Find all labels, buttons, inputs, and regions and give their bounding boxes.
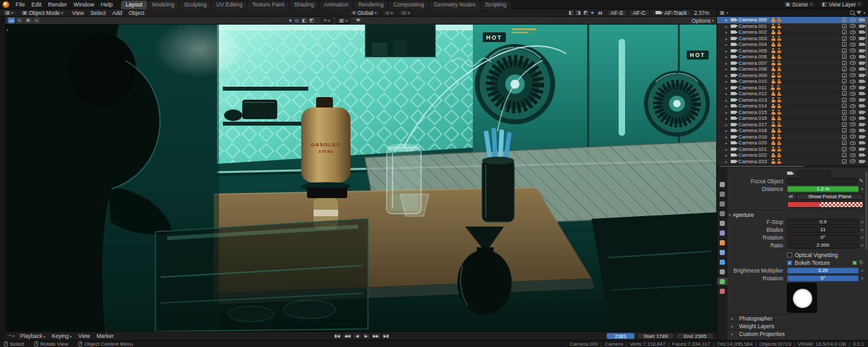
- hide-in-viewport-toggle[interactable]: [850, 55, 856, 59]
- viewport-gizmos-icon[interactable]: ◎: [295, 18, 299, 23]
- expand-icon[interactable]: ▸: [725, 128, 731, 133]
- viewport-menu-view[interactable]: View: [69, 8, 87, 17]
- properties-tab-scene[interactable]: [717, 219, 727, 227]
- expand-icon[interactable]: ▸: [725, 135, 731, 139]
- camera-data-id-field[interactable]: [797, 170, 831, 177]
- camera-name[interactable]: Camera.016: [738, 115, 767, 121]
- camera-name[interactable]: Camera.002: [738, 29, 767, 35]
- properties-tab-physics[interactable]: [717, 258, 727, 265]
- show-focus-plane-button[interactable]: Show Focus Plane: [796, 194, 863, 200]
- camera-name[interactable]: Camera.018: [738, 128, 767, 133]
- bokeh-texture-checkbox[interactable]: ✓: [787, 260, 792, 265]
- section-weight-layers[interactable]: ▸Weight Layers: [727, 322, 866, 330]
- disable-in-render-toggle[interactable]: [859, 135, 864, 139]
- hide-in-viewport-toggle[interactable]: [850, 49, 856, 52]
- workspace-tab-uv-editing[interactable]: UV Editing: [212, 1, 247, 9]
- selectable-toggle[interactable]: ✓: [842, 104, 847, 108]
- timeline-menu-view[interactable]: View: [75, 331, 93, 341]
- outliner-row[interactable]: ▸Camera.016✓: [717, 115, 868, 122]
- scene-selector[interactable]: ▣ Scene ×: [782, 1, 816, 8]
- outliner-row[interactable]: ▸Camera.007✓: [717, 60, 868, 67]
- eyedropper-icon[interactable]: ✎: [859, 178, 863, 184]
- scene-unlink-icon[interactable]: ×: [810, 1, 813, 7]
- af-c-button[interactable]: AF-C: [629, 10, 650, 16]
- outliner-row[interactable]: ▸Camera.013✓: [717, 97, 868, 104]
- workspace-tab-texture-paint[interactable]: Texture Paint: [247, 1, 290, 9]
- focus-object-field[interactable]: [787, 178, 857, 185]
- rendered-scene[interactable]: HOT HOT GASOLEO 3.75 KG: [5, 25, 716, 331]
- hide-in-viewport-toggle[interactable]: [850, 30, 856, 34]
- animate-dot[interactable]: [861, 236, 863, 239]
- selectable-toggle[interactable]: ✓: [842, 153, 847, 157]
- hide-in-viewport-toggle[interactable]: [850, 129, 856, 133]
- menu-file[interactable]: File: [12, 0, 29, 9]
- selectable-toggle[interactable]: ✓: [842, 140, 847, 145]
- hide-in-viewport-toggle[interactable]: [850, 153, 856, 157]
- options-menu[interactable]: Options ▾: [692, 17, 714, 24]
- hide-in-viewport-toggle[interactable]: [850, 159, 856, 163]
- animate-dot[interactable]: [861, 269, 863, 272]
- frame-start-field[interactable]: Start 1789: [637, 333, 674, 339]
- section-photographer[interactable]: ▸Photographer: [727, 314, 866, 322]
- disable-in-render-toggle[interactable]: [859, 86, 864, 89]
- expand-icon[interactable]: ▸: [725, 85, 731, 90]
- disable-in-render-toggle[interactable]: [859, 160, 864, 163]
- xray-toggle-icon[interactable]: ◩: [584, 10, 589, 16]
- disable-in-render-toggle[interactable]: [859, 74, 864, 77]
- jump-start-button[interactable]: ▮◀: [333, 333, 342, 339]
- distance-slider[interactable]: 1.2 m: [787, 186, 859, 192]
- properties-tab-constraints[interactable]: [717, 268, 727, 275]
- disable-in-render-toggle[interactable]: [859, 153, 864, 157]
- outliner-row[interactable]: ▸Camera.021✓: [717, 146, 868, 153]
- hide-in-viewport-toggle[interactable]: [850, 24, 856, 28]
- properties-tab-modifiers[interactable]: [717, 249, 727, 256]
- selectable-toggle[interactable]: ✓: [842, 91, 847, 96]
- expand-icon[interactable]: ▸: [725, 159, 731, 164]
- caret-icon[interactable]: ▾: [727, 11, 729, 15]
- outliner-row[interactable]: ▸Camera.018✓: [717, 128, 868, 134]
- outliner-editor-type-icon[interactable]: ▦: [720, 10, 725, 16]
- expand-icon[interactable]: ▸: [725, 153, 731, 157]
- view-layer-selector[interactable]: ◧ View Layer ×: [819, 1, 864, 8]
- texture-refresh-icon[interactable]: ↻: [859, 260, 863, 265]
- move-tool[interactable]: ✥: [25, 17, 32, 23]
- camera-name[interactable]: Camera.004: [738, 41, 767, 47]
- blender-logo-icon[interactable]: [3, 1, 9, 8]
- bokeh-rotation-slider[interactable]: 0°: [787, 275, 859, 282]
- properties-tab-render[interactable]: [717, 190, 727, 197]
- optical-vignetting-checkbox[interactable]: [787, 252, 792, 258]
- disable-in-render-toggle[interactable]: [859, 18, 864, 21]
- viewport-overlay-toggle-icon[interactable]: ●: [289, 18, 292, 23]
- outliner-row[interactable]: ▸Camera.019✓: [717, 134, 868, 140]
- selectable-toggle[interactable]: ✓: [842, 110, 847, 115]
- disable-in-render-toggle[interactable]: [859, 123, 864, 126]
- hide-in-viewport-toggle[interactable]: [850, 135, 856, 139]
- outliner-row[interactable]: ▸Camera.004✓: [717, 41, 868, 48]
- expand-icon[interactable]: ▸: [725, 116, 731, 120]
- show-overlays-toggle-icon[interactable]: ◨: [576, 10, 581, 16]
- expand-icon[interactable]: ▸: [725, 36, 731, 41]
- 3d-viewport[interactable]: ▭ ↖ ✥ ⌖ ● ◎ ◧ ◩ ⌖ ▾ ▦ ▾ Options ▾ ‹: [5, 17, 716, 331]
- camera-name[interactable]: Camera.017: [738, 122, 767, 128]
- hide-in-viewport-toggle[interactable]: [850, 141, 856, 145]
- editor-type-dropdown[interactable]: ▦ ▾: [2, 10, 17, 16]
- camera-name[interactable]: Camera.003: [738, 36, 767, 41]
- properties-tab-world[interactable]: [717, 229, 727, 236]
- selectable-toggle[interactable]: ✓: [842, 122, 847, 127]
- bokeh-texture-preview[interactable]: [787, 283, 817, 313]
- selectable-toggle[interactable]: ✓: [842, 79, 847, 84]
- disable-in-render-toggle[interactable]: [859, 49, 864, 52]
- hide-in-viewport-toggle[interactable]: [850, 110, 856, 114]
- texture-image-icon[interactable]: ▣: [852, 260, 858, 265]
- hide-in-viewport-toggle[interactable]: [850, 147, 856, 151]
- disable-in-render-toggle[interactable]: [859, 104, 864, 107]
- workspace-tab-compositing[interactable]: Compositing: [389, 1, 429, 9]
- outliner-row[interactable]: ▸Camera.011✓: [717, 85, 868, 91]
- viewport-menu-object[interactable]: Object: [125, 8, 148, 17]
- camera-name[interactable]: Camera.007: [738, 60, 767, 66]
- workspace-tab-animation[interactable]: Animation: [319, 1, 354, 9]
- camera-name[interactable]: Camera.019: [738, 134, 767, 140]
- brightness-multiplier-slider[interactable]: 3.20: [787, 267, 859, 274]
- animate-dot[interactable]: [861, 277, 863, 280]
- toolbar-expand-arrow[interactable]: ‹: [6, 27, 8, 33]
